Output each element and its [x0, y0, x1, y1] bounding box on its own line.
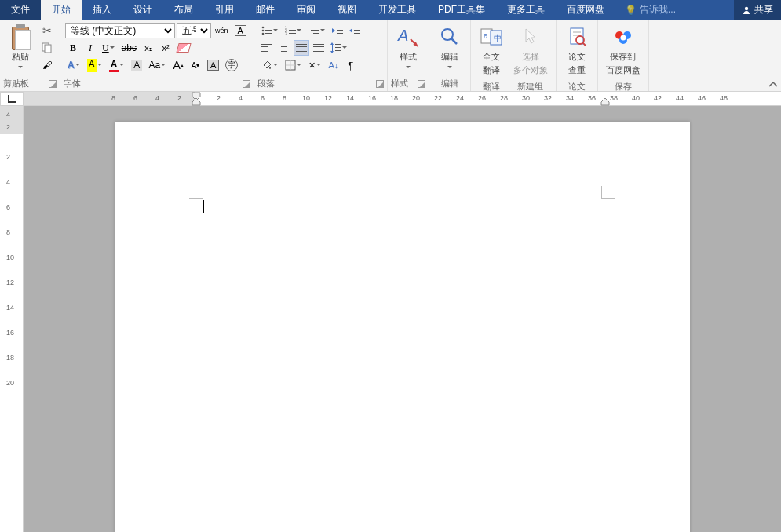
group-paragraph: 123 ✕ A↓ ¶ 段落 [254, 20, 388, 91]
font-name-combo[interactable]: 等线 (中文正文) [65, 23, 175, 38]
align-distribute-button[interactable] [311, 40, 327, 56]
tab-mail[interactable]: 邮件 [245, 0, 286, 20]
tab-layout[interactable]: 布局 [163, 0, 204, 20]
dialog-launcher-styles[interactable] [418, 80, 425, 88]
tab-references[interactable]: 引用 [204, 0, 245, 20]
cursor-icon [518, 24, 543, 49]
dialog-launcher-font[interactable] [243, 80, 250, 88]
shrink-font-button[interactable]: A▾ [188, 57, 203, 73]
group-label-editing: 编辑 [441, 78, 458, 89]
svg-rect-15 [308, 27, 319, 27]
subscript-button[interactable]: x₂ [141, 40, 156, 56]
collapse-ribbon-button[interactable] [765, 20, 781, 91]
enclosed-char-button[interactable]: A [205, 57, 221, 73]
tab-home[interactable]: 开始 [41, 0, 82, 20]
scissors-icon [42, 24, 52, 37]
svg-rect-10 [289, 27, 296, 27]
bold-button[interactable]: B [65, 40, 81, 56]
svg-point-3 [262, 27, 265, 29]
hanging-indent-marker[interactable] [192, 97, 201, 108]
numbering-button[interactable]: 123 [283, 23, 305, 38]
tell-me-placeholder: 告诉我... [640, 3, 676, 16]
line-spacing-button[interactable] [328, 40, 350, 56]
char-border-button[interactable]: A [232, 23, 249, 38]
person-icon [742, 5, 751, 15]
italic-button[interactable]: I [82, 40, 98, 56]
align-left-button[interactable] [259, 40, 275, 56]
change-case-button[interactable]: Aa [146, 57, 169, 73]
strikethrough-button[interactable]: abc [119, 40, 139, 56]
decrease-indent-button[interactable] [330, 23, 345, 38]
font-color-button[interactable]: A [107, 57, 128, 73]
full-translate-button[interactable]: a中 全文 翻译 [474, 21, 509, 79]
group-label-font: 字体 [64, 78, 81, 89]
chevron-down-icon [319, 27, 326, 34]
svg-rect-14 [289, 33, 296, 34]
document-canvas[interactable]: 8 6 4 2 2 4 6 8 10 12 14 16 18 20 22 24 … [24, 92, 781, 532]
show-marks-button[interactable]: ¶ [343, 57, 359, 73]
chevron-down-icon [97, 62, 103, 68]
tab-file[interactable]: 文件 [0, 0, 41, 20]
tab-design[interactable]: 设计 [122, 0, 163, 20]
grow-font-button[interactable]: A▴ [170, 57, 186, 73]
superscript-button[interactable]: x² [158, 40, 173, 56]
svg-rect-8 [265, 33, 272, 34]
save-to-baidu-button[interactable]: 保存到 百度网盘 [601, 21, 645, 79]
chevron-down-icon [17, 64, 24, 71]
group-label-save: 保存 [615, 81, 632, 93]
format-painter-button[interactable] [39, 57, 55, 73]
tab-review[interactable]: 审阅 [286, 0, 327, 20]
document-page[interactable] [115, 122, 690, 532]
baidu-cloud-icon [611, 24, 636, 49]
bullets-button[interactable] [259, 23, 281, 38]
line-spacing-icon [330, 42, 341, 53]
work-area: 4 2 2 4 6 8 10 12 14 16 18 20 8 6 4 2 2 … [0, 92, 781, 532]
cut-button[interactable] [39, 23, 55, 38]
thesis-check-button[interactable]: 论文 查重 [560, 21, 594, 79]
tab-insert[interactable]: 插入 [82, 0, 122, 20]
phonetic-guide-button[interactable]: wén [213, 23, 231, 38]
tab-baidudisk[interactable]: 百度网盘 [556, 0, 615, 20]
multilevel-list-button[interactable] [306, 23, 328, 38]
editing-button[interactable]: 编辑 [432, 21, 467, 74]
align-justify-button[interactable] [294, 40, 309, 56]
dialog-launcher-clipboard[interactable] [49, 80, 57, 88]
svg-rect-22 [354, 30, 360, 31]
tab-developer[interactable]: 开发工具 [367, 0, 427, 20]
tell-me-search[interactable]: 💡 告诉我... [622, 0, 679, 20]
asian-layout-button[interactable]: ✕ [306, 57, 324, 73]
align-center-button[interactable] [276, 40, 292, 56]
text-effects-button[interactable]: A [65, 57, 83, 73]
ribbon: 粘贴 剪贴板 等线 (中文正文) 五号 wén A B I [0, 20, 781, 92]
styles-button[interactable]: A 样式 [391, 21, 425, 74]
sort-button[interactable]: A↓ [326, 57, 341, 73]
select-objects-button: 选择 多个对象 [509, 21, 553, 79]
tab-selector[interactable] [0, 92, 24, 106]
svg-rect-26 [335, 47, 341, 48]
font-size-combo[interactable]: 五号 [177, 23, 211, 38]
increase-indent-button[interactable] [347, 23, 363, 38]
svg-text:A: A [397, 27, 408, 44]
chevron-down-icon [316, 62, 322, 68]
tab-view[interactable]: 视图 [327, 0, 367, 20]
highlight-button[interactable]: A [85, 57, 105, 73]
copy-button[interactable] [39, 40, 55, 56]
vertical-ruler[interactable]: 4 2 2 4 6 8 10 12 14 16 18 20 [0, 106, 24, 532]
tab-pdftools[interactable]: PDF工具集 [427, 0, 496, 20]
find-icon [437, 24, 462, 49]
brush-icon [42, 60, 52, 71]
tab-moretools[interactable]: 更多工具 [496, 0, 556, 20]
svg-rect-6 [265, 30, 272, 31]
margin-corner-tl [189, 186, 203, 199]
right-indent-marker[interactable] [600, 97, 610, 108]
clear-format-button[interactable] [175, 40, 192, 56]
underline-button[interactable]: U [100, 40, 118, 56]
horizontal-ruler[interactable]: 8 6 4 2 2 4 6 8 10 12 14 16 18 20 22 24 … [24, 92, 781, 106]
dialog-launcher-paragraph[interactable] [376, 80, 384, 88]
paste-button[interactable]: 粘贴 [3, 21, 38, 74]
borders-button[interactable] [283, 57, 305, 73]
shading-button[interactable] [259, 57, 281, 73]
char-shading-button[interactable]: A [129, 57, 144, 73]
circled-char-button[interactable]: 字 [223, 57, 240, 73]
share-button[interactable]: 共享 [734, 0, 781, 20]
